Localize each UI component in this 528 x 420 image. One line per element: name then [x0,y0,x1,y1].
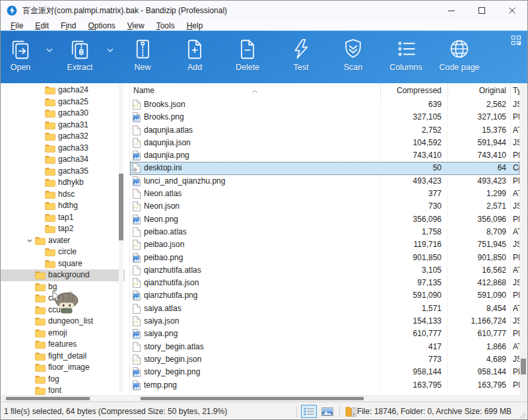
file-row-daqunjia.atlas[interactable]: daqunjia.atlas2,75215,376ATLAS File [130,124,519,137]
file-row-qianzhutifa.atlas[interactable]: qianzhutifa.atlas3,10516,562ATLAS File [130,264,519,277]
filelist-vertical-scrollbar-thumb[interactable] [521,359,526,374]
thumbnail-view-button[interactable] [319,405,335,418]
column-divider[interactable] [447,83,448,98]
tree-item-gacha30[interactable]: gacha30 [1,108,125,120]
tree-item-font[interactable]: font [1,385,125,395]
tree-item-tap1[interactable]: tap1 [1,212,125,224]
tree-item-floor_image[interactable]: floor_image [1,362,125,374]
tree-item-gacha32[interactable]: gacha32 [1,131,125,143]
file-row-peibao.json[interactable]: peibao.json119,716751,945JSON File [130,238,519,251]
tree-item-dungeon_list[interactable]: dungeon_list [1,316,125,328]
menu-tools[interactable]: Tools [150,21,181,30]
file-name: Neon.png [144,213,178,226]
tree-item-emoji[interactable]: emoji [1,328,125,339]
toolbar-layout-grid-icon[interactable] [510,34,522,46]
panel-splitter[interactable] [125,83,130,395]
tree-item-hdthg[interactable]: hdthg [1,200,125,212]
menu-file[interactable]: File [5,21,29,30]
add-file-icon [183,36,207,61]
file-row-peibao.png[interactable]: peibao.png901,850901,850PNG File [130,252,519,264]
column-header-original[interactable]: Original [479,83,506,98]
tree-item-gacha33[interactable]: gacha33 [1,143,125,155]
file-row-Neon.png[interactable]: Neon.png356,096356,096PNG File [130,213,519,226]
column-divider[interactable] [380,83,381,98]
resize-grip[interactable] [518,411,526,419]
file-row-saiya.atlas[interactable]: saiya.atlas1,5718,454ATLAS File [130,302,519,315]
file-row-temp.png[interactable]: temp.png163,795163,795PNG File [130,379,519,392]
menu-options[interactable]: Options [82,21,121,30]
file-row-lunci_and_qianzhu.png[interactable]: lunci_and_qianzhu.png493,423493,423PNG F… [130,175,519,188]
toolbar-add-button[interactable]: Add [166,36,224,79]
sidebar-horizontal-scrollbar-thumb[interactable] [6,397,90,400]
column-header-name[interactable]: Name [133,83,154,98]
file-row-saiya.png[interactable]: saiya.png610,777610,777PNG File [130,328,519,340]
file-row-Neon.atlas[interactable]: Neon.atlas3771,299ATLAS File [130,188,519,200]
tree-item-tap2[interactable]: tap2 [1,223,125,235]
folder-icon [45,190,55,199]
chevron-slot [34,200,45,211]
maximize-button[interactable] [467,1,497,20]
column-divider[interactable] [510,83,511,98]
toolbar-code-page-button[interactable]: Code page [436,36,482,79]
tree-item-background[interactable]: background [1,269,125,281]
sidebar-vertical-scrollbar[interactable] [119,83,123,392]
file-row-Brooks.json[interactable]: Brooks.json6392,562JSON File [130,98,519,111]
compressed-size: 743,410 [413,149,442,162]
tree-item-avater[interactable]: avater [1,235,125,247]
file-row-story_begin.atlas[interactable]: story_begin.atlas4171,866ATLAS File [130,341,519,353]
tree-item-fight_detail[interactable]: fight_detail [1,351,125,363]
file-row-Neon.json[interactable]: Neon.json7302,571JSON File [130,200,519,213]
tree-item-gacha24[interactable]: gacha24 [1,85,125,96]
toolbar-test-button[interactable]: Test [271,36,331,79]
menu-edit[interactable]: Edit [29,21,55,30]
toolbar-extract-button[interactable]: Extract [59,36,101,79]
toolbar-delete-button[interactable]: Delete [224,36,271,79]
file-row-qianzhutifa.json[interactable]: qianzhutifa.json97,135412,868JSON File [130,277,519,289]
atlas-file-icon [132,265,141,275]
file-row-qianzhutifa.png[interactable]: qianzhutifa.png591,090591,090PNG File [130,289,519,302]
tree-item-gacha34[interactable]: gacha34 [1,154,125,166]
file-row-daqunjia.json[interactable]: daqunjia.json104,592591,944JSON File [130,137,519,149]
filelist-vertical-scrollbar[interactable] [519,83,527,395]
tree-item-square[interactable]: square [1,258,125,270]
tree-item-fog[interactable]: fog [1,374,125,386]
extract-dropdown-chevron-icon[interactable] [101,36,119,65]
minimize-button[interactable] [436,1,467,20]
toolbar-open-button[interactable]: Open [1,36,40,79]
tree-item-card[interactable]: card [1,293,125,304]
file-row-Brooks.png[interactable]: Brooks.png327,105327,105PNG File [130,111,519,123]
menu-find[interactable]: Find [55,21,82,30]
file-row-story_begin.png[interactable]: story_begin.png958,144958,144PNG File [130,366,519,378]
file-row-saiya.json[interactable]: saiya.json154,1331,166,724JSON File [130,315,519,328]
folder-icon [35,294,46,302]
tree-item-gacha31[interactable]: gacha31 [1,120,125,131]
toolbar-columns-button[interactable]: Columns [376,36,436,79]
file-row-desktop.ini[interactable]: desktop.ini5064Configuration settings [130,162,519,174]
toolbar-scan-button[interactable]: Scan [331,36,376,79]
tree-item-bg[interactable]: bg [1,281,125,293]
file-row-story_begin.json[interactable]: story_begin.json7734,689JSON File [130,353,519,366]
column-header-compressed[interactable]: Compressed [397,83,442,98]
open-dropdown-chevron-icon[interactable] [40,36,59,65]
sidebar-vertical-scrollbar-thumb[interactable] [119,174,123,240]
tree-item-circle[interactable]: circle [1,246,125,258]
title-bar[interactable]: 盲盒派对(com.palmpi.matrix).bak - Bandizip (… [1,1,527,20]
tree-item-features[interactable]: features [1,339,125,351]
tree-item-hdsc[interactable]: hdsc [1,189,125,201]
tree-item-hdhykb[interactable]: hdhykb [1,177,125,189]
details-view-button[interactable] [301,405,317,418]
toolbar-new-button[interactable]: New [119,36,166,79]
horizontal-scroll-strip [1,395,527,402]
close-button[interactable] [497,1,527,20]
menu-view[interactable]: View [121,21,150,30]
tree-item-ccui[interactable]: ccui [1,304,125,316]
tree-item-gacha35[interactable]: gacha35 [1,166,125,178]
expanded-chevron-icon[interactable] [24,235,35,246]
file-row-daqunjia.png[interactable]: daqunjia.png743,410743,410PNG File [130,149,519,162]
file-row-peibao.atlas[interactable]: peibao.atlas1,7588,709ATLAS File [130,226,519,238]
file-type: PNG File [513,175,519,188]
menu-help[interactable]: Help [181,21,209,30]
filelist-horizontal-scrollbar-thumb[interactable] [141,397,364,400]
tree-item-gacha25[interactable]: gacha25 [1,96,125,108]
compressed-size: 730 [428,200,442,213]
